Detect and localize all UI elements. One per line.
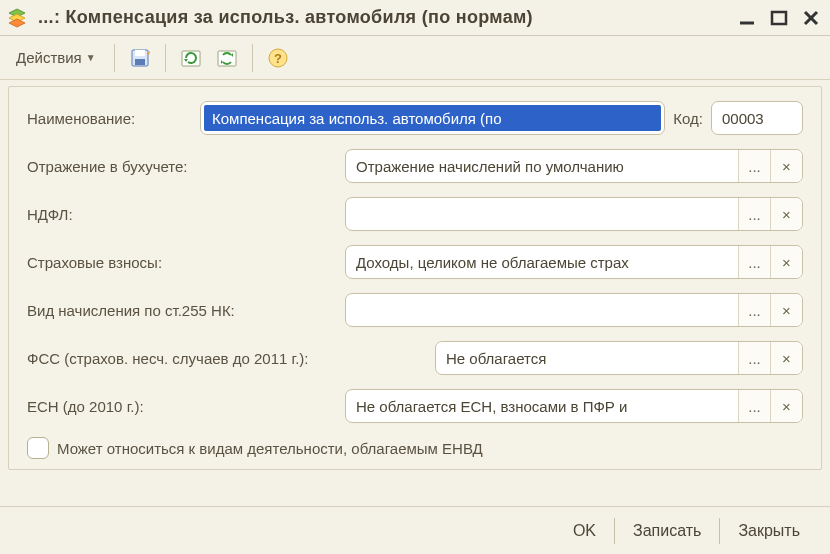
- ellipsis-button[interactable]: ...: [738, 294, 770, 326]
- reflection-value: Отражение начислений по умолчанию: [346, 150, 738, 182]
- clear-button[interactable]: ×: [770, 150, 802, 182]
- st255-value: [346, 294, 738, 326]
- window-title: ...: Компенсация за использ. автомобиля …: [38, 7, 728, 28]
- save-button[interactable]: Записать: [617, 516, 717, 546]
- clear-button[interactable]: ×: [770, 342, 802, 374]
- toolbar-separator: [252, 44, 253, 72]
- ellipsis-button[interactable]: ...: [738, 390, 770, 422]
- titlebar: ...: Компенсация за использ. автомобиля …: [0, 0, 830, 36]
- code-label: Код:: [673, 110, 703, 127]
- svg-rect-1: [772, 12, 786, 24]
- insurance-label: Страховые взносы:: [27, 254, 337, 271]
- reflection-field[interactable]: Отражение начислений по умолчанию ... ×: [345, 149, 803, 183]
- maximize-button[interactable]: [766, 5, 792, 31]
- cycle-icon[interactable]: [212, 43, 242, 73]
- svg-text:?: ?: [274, 51, 282, 66]
- ndfl-label: НДФЛ:: [27, 206, 337, 223]
- chevron-down-icon: ▼: [86, 52, 96, 63]
- insurance-value: Доходы, целиком не облагаемые страх: [346, 246, 738, 278]
- esn-value: Не облагается ЕСН, взносами в ПФР и: [346, 390, 738, 422]
- name-field[interactable]: Компенсация за использ. автомобиля (по: [200, 101, 665, 135]
- ellipsis-button[interactable]: ...: [738, 150, 770, 182]
- insurance-field[interactable]: Доходы, целиком не облагаемые страх ... …: [345, 245, 803, 279]
- svg-rect-5: [135, 50, 145, 56]
- help-icon[interactable]: ?: [263, 43, 293, 73]
- form-area: Наименование: Компенсация за использ. ав…: [8, 86, 822, 470]
- svg-rect-6: [135, 59, 145, 65]
- app-icon: [6, 7, 28, 29]
- ellipsis-button[interactable]: ...: [738, 198, 770, 230]
- code-value: 00003: [722, 110, 764, 127]
- toolbar: Действия ▼ ?: [0, 36, 830, 80]
- esn-field[interactable]: Не облагается ЕСН, взносами в ПФР и ... …: [345, 389, 803, 423]
- esn-label: ЕСН (до 2010 г.):: [27, 398, 337, 415]
- st255-label: Вид начисления по ст.255 НК:: [27, 302, 337, 319]
- envd-checkbox-label: Может относиться к видам деятельности, о…: [57, 440, 483, 457]
- reflection-label: Отражение в бухучете:: [27, 158, 337, 175]
- fss-label: ФСС (страхов. несч. случаев до 2011 г.):: [27, 350, 427, 367]
- toolbar-separator: [165, 44, 166, 72]
- footer-separator: [614, 518, 615, 544]
- actions-label: Действия: [16, 49, 82, 66]
- save-icon[interactable]: [125, 43, 155, 73]
- st255-field[interactable]: ... ×: [345, 293, 803, 327]
- fss-field[interactable]: Не облагается ... ×: [435, 341, 803, 375]
- refresh-icon[interactable]: [176, 43, 206, 73]
- ok-button[interactable]: OK: [557, 516, 612, 546]
- footer-separator: [719, 518, 720, 544]
- ndfl-field[interactable]: ... ×: [345, 197, 803, 231]
- code-field[interactable]: 00003: [711, 101, 803, 135]
- clear-button[interactable]: ×: [770, 198, 802, 230]
- minimize-button[interactable]: [734, 5, 760, 31]
- clear-button[interactable]: ×: [770, 294, 802, 326]
- ndfl-value: [346, 198, 738, 230]
- fss-value: Не облагается: [436, 342, 738, 374]
- envd-checkbox[interactable]: [27, 437, 49, 459]
- ellipsis-button[interactable]: ...: [738, 342, 770, 374]
- close-button[interactable]: Закрыть: [722, 516, 816, 546]
- close-button[interactable]: [798, 5, 824, 31]
- name-value: Компенсация за использ. автомобиля (по: [204, 105, 661, 131]
- footer: OK Записать Закрыть: [0, 506, 830, 554]
- actions-menu[interactable]: Действия ▼: [8, 45, 104, 70]
- name-label: Наименование:: [27, 110, 192, 127]
- clear-button[interactable]: ×: [770, 390, 802, 422]
- clear-button[interactable]: ×: [770, 246, 802, 278]
- toolbar-separator: [114, 44, 115, 72]
- ellipsis-button[interactable]: ...: [738, 246, 770, 278]
